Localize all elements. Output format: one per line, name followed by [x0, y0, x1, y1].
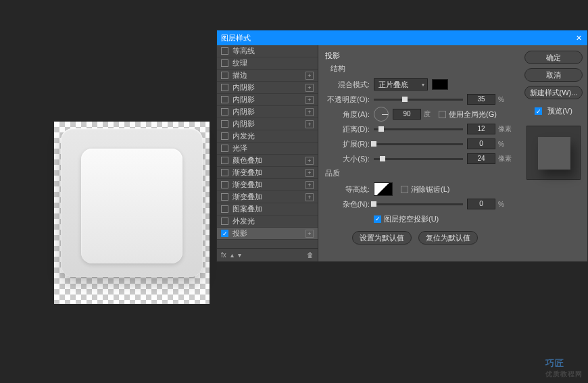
effect-checkbox[interactable]	[221, 193, 228, 201]
antialias-checkbox[interactable]	[401, 186, 408, 193]
effect-row[interactable]: 外发光	[217, 215, 318, 228]
effect-checkbox[interactable]	[221, 169, 228, 176]
effect-row[interactable]: 图案叠加	[217, 203, 318, 215]
effect-label: 内阴影	[232, 95, 305, 105]
effect-checkbox[interactable]	[221, 157, 228, 164]
angle-input[interactable]: 90	[393, 109, 421, 120]
set-default-button[interactable]: 设置为默认值	[352, 231, 412, 245]
spread-slider[interactable]	[374, 143, 463, 145]
knockout-checkbox[interactable]: ✓	[374, 215, 381, 223]
effect-checkbox[interactable]	[221, 72, 228, 79]
effect-checkbox[interactable]: ✓	[221, 230, 228, 237]
effect-checkbox[interactable]	[221, 218, 228, 225]
key-top-shape	[81, 149, 182, 263]
effect-row[interactable]: 内发光	[217, 130, 318, 143]
effect-row[interactable]: 等高线	[217, 45, 318, 57]
plus-icon[interactable]: +	[305, 72, 314, 80]
structure-title: 结构	[330, 63, 513, 74]
plus-icon[interactable]: +	[305, 84, 314, 92]
distance-input[interactable]: 12	[467, 124, 495, 134]
effect-checkbox[interactable]	[221, 205, 228, 213]
key-base-shape	[61, 128, 203, 277]
effect-row[interactable]: 内阴影+	[217, 94, 318, 106]
effect-row[interactable]: 颜色叠加+	[217, 155, 318, 167]
effects-footer: fx ▴ ▾ 🗑	[217, 248, 318, 261]
trash-icon[interactable]: 🗑	[307, 251, 314, 259]
effect-row[interactable]: 光泽	[217, 143, 318, 155]
preview-thumbnail	[526, 126, 581, 180]
shadow-color-swatch[interactable]	[432, 79, 448, 90]
cancel-button[interactable]: 取消	[524, 68, 583, 82]
plus-icon[interactable]: +	[305, 230, 314, 238]
effect-row[interactable]: 渐变叠加+	[217, 191, 318, 203]
arrow-up-icon[interactable]: ▴	[230, 251, 234, 259]
effect-label: 渐变叠加	[232, 180, 305, 190]
plus-icon[interactable]: +	[305, 193, 314, 201]
ok-button[interactable]: 确定	[524, 51, 583, 64]
opacity-label: 不透明度(O):	[325, 95, 374, 105]
plus-icon[interactable]: +	[305, 157, 314, 165]
opacity-input[interactable]: 35	[467, 94, 495, 105]
effect-checkbox[interactable]	[221, 181, 228, 188]
opacity-slider[interactable]	[374, 99, 463, 101]
distance-unit: 像素	[495, 124, 513, 134]
preview-label: 预览(V)	[547, 106, 572, 116]
effect-checkbox[interactable]	[221, 132, 228, 140]
effect-label: 渐变叠加	[232, 192, 305, 202]
effect-checkbox[interactable]	[221, 96, 228, 103]
spread-unit: %	[495, 141, 513, 148]
angle-label: 角度(A):	[325, 109, 374, 120]
effect-checkbox[interactable]	[221, 47, 228, 55]
plus-icon[interactable]: +	[305, 181, 314, 189]
effect-checkbox[interactable]	[221, 145, 228, 152]
effect-row[interactable]: ✓投影+	[217, 228, 318, 240]
effect-checkbox[interactable]	[221, 84, 228, 91]
arrow-down-icon[interactable]: ▾	[238, 251, 241, 259]
layer-style-dialog: 图层样式 ✕ 等高线纹理描边+内阴影+内阴影+内阴影+内阴影+内发光光泽颜色叠加…	[216, 30, 588, 262]
blend-mode-label: 混合模式:	[325, 80, 374, 90]
new-style-button[interactable]: 新建样式(W)...	[524, 86, 583, 99]
effect-row[interactable]: 纹理	[217, 57, 318, 70]
noise-slider[interactable]	[374, 203, 463, 205]
effect-row[interactable]: 内阴影+	[217, 82, 318, 94]
size-slider[interactable]	[374, 158, 463, 160]
settings-column: 投影 结构 混合模式: 正片叠底 不透明度(O): 35 % 角度(A): 90…	[318, 45, 520, 261]
effect-checkbox[interactable]	[221, 108, 228, 116]
angle-dial[interactable]	[374, 107, 389, 122]
opacity-unit: %	[495, 96, 513, 103]
dialog-titlebar[interactable]: 图层样式 ✕	[217, 30, 587, 45]
blend-mode-dropdown[interactable]: 正片叠底	[374, 78, 428, 91]
noise-input[interactable]: 0	[467, 199, 495, 209]
noise-unit: %	[495, 201, 513, 208]
spread-input[interactable]: 0	[467, 138, 495, 149]
effect-label: 投影	[232, 228, 305, 238]
close-icon[interactable]: ✕	[574, 34, 583, 43]
effect-row[interactable]: 描边+	[217, 70, 318, 82]
preview-checkbox[interactable]: ✓	[535, 107, 542, 115]
contour-picker[interactable]	[374, 182, 393, 196]
effect-row[interactable]: 渐变叠加+	[217, 167, 318, 179]
distance-label: 距离(D):	[325, 124, 374, 134]
plus-icon[interactable]: +	[305, 96, 314, 104]
effect-row[interactable]: 渐变叠加+	[217, 179, 318, 191]
antialias-label: 消除锯齿(L)	[411, 184, 449, 195]
effect-row[interactable]: 内阴影+	[217, 118, 318, 130]
global-light-checkbox[interactable]	[439, 111, 446, 118]
contour-label: 等高线:	[325, 184, 374, 195]
plus-icon[interactable]: +	[305, 108, 314, 116]
plus-icon[interactable]: +	[305, 169, 314, 177]
effect-label: 外发光	[232, 216, 314, 226]
quality-title: 品质	[325, 168, 513, 178]
effect-label: 内发光	[232, 131, 314, 141]
effect-label: 纹理	[232, 58, 314, 68]
reset-default-button[interactable]: 复位为默认值	[418, 231, 478, 245]
fx-menu-icon[interactable]: fx	[221, 251, 226, 259]
plus-icon[interactable]: +	[305, 120, 314, 128]
effect-label: 光泽	[232, 143, 314, 153]
distance-slider[interactable]	[374, 128, 463, 130]
effect-row[interactable]: 内阴影+	[217, 106, 318, 118]
effect-checkbox[interactable]	[221, 59, 228, 67]
size-input[interactable]: 24	[467, 153, 495, 164]
effect-checkbox[interactable]	[221, 120, 228, 128]
effect-label: 图案叠加	[232, 204, 314, 214]
